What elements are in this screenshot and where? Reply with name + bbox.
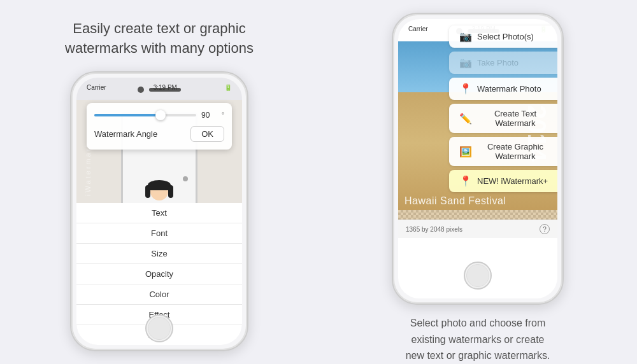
photo-info-bar: 1365 by 2048 pixels ? — [398, 220, 557, 238]
slider-fill — [94, 114, 161, 116]
graphic-wm-icon: 🖼️ — [459, 146, 472, 158]
phone-right-screen: Carrier 3:19 PM 🔋 Hawaii Sand Festival 2… — [398, 19, 557, 298]
watermark-icon: 📍 — [459, 83, 472, 95]
create-graphic-watermark-btn[interactable]: 🖼️ Create Graphic Watermark — [449, 137, 557, 166]
take-photo-btn[interactable]: 📷 Take Photo — [449, 52, 557, 74]
phone-left-screen: Carrier 3:19 PM 🔋 90 ° Watermark Angle O… — [76, 78, 242, 345]
slider-track[interactable] — [94, 114, 196, 116]
right-section: Carrier 3:19 PM 🔋 Hawaii Sand Festival 2… — [331, 0, 624, 364]
slider-container: 90 ° — [94, 111, 224, 120]
take-label: Take Photo — [477, 58, 519, 67]
status-bar: Carrier 3:19 PM 🔋 — [87, 84, 232, 91]
volume-up-btn — [247, 136, 248, 174]
watermark-angle-dialog: 90 ° Watermark Angle OK — [87, 103, 232, 150]
create-text-watermark-btn[interactable]: ✏️ Create Text Watermark — [449, 104, 557, 133]
dialog-label: Watermark Angle — [94, 129, 157, 139]
watermark-photo-btn[interactable]: 📍 Watermark Photo — [449, 78, 557, 100]
iwatermark-icon: 📍 — [459, 175, 472, 187]
phone-right: Carrier 3:19 PM 🔋 Hawaii Sand Festival 2… — [392, 13, 564, 305]
phone-left: Carrier 3:19 PM 🔋 90 ° Watermark Angle O… — [70, 71, 248, 351]
hair-left — [145, 185, 150, 198]
home-button-inner — [148, 317, 171, 340]
menu-buttons: 📷 Select Photo(s) 📷 Take Photo 📍 Waterma… — [449, 25, 557, 196]
list-item-opacity[interactable]: Opacity — [76, 264, 242, 284]
list-item-text[interactable]: Text — [76, 203, 242, 223]
iwatermark-plus-label: NEW! iWatermark+ — [477, 176, 548, 186]
slider-unit: ° — [222, 111, 224, 118]
watermark-overlay: iWatermark — [84, 141, 92, 196]
home-button-right[interactable] — [464, 262, 492, 290]
battery-label: 🔋 — [224, 84, 232, 91]
hair-right — [168, 185, 173, 198]
dialog-row: Watermark Angle OK — [94, 126, 224, 142]
festival-text: Hawaii Sand Festival — [404, 195, 506, 207]
iwatermark-plus-btn[interactable]: 📍 NEW! iWatermark+ — [449, 170, 557, 192]
left-section: Easily create text or graphic watermarks… — [13, 0, 306, 364]
carrier-right: Carrier — [408, 25, 428, 32]
help-icon[interactable]: ? — [540, 224, 550, 234]
create-text-label: Create Text Watermark — [477, 109, 554, 128]
door-knob — [183, 176, 188, 181]
select-photos-btn[interactable]: 📷 Select Photo(s) — [449, 25, 557, 48]
list-item-size[interactable]: Size — [76, 244, 242, 264]
slider-thumb — [155, 110, 166, 120]
right-volume-up — [562, 78, 564, 116]
time-label: 3:19 PM — [154, 84, 177, 91]
photo-dimensions: 1365 by 2048 pixels — [406, 226, 462, 233]
take-icon: 📷 — [459, 57, 472, 69]
checker-pattern — [398, 210, 557, 220]
home-button[interactable] — [145, 314, 173, 342]
select-icon: 📷 — [459, 31, 472, 43]
ok-button[interactable]: OK — [190, 126, 224, 142]
home-inner-right — [466, 264, 489, 287]
list-item-color[interactable]: Color — [76, 284, 242, 305]
slider-value: 90 — [201, 111, 217, 120]
head — [150, 183, 168, 200]
hair — [148, 180, 171, 190]
watermark-photo-label: Watermark Photo — [477, 84, 541, 94]
select-label: Select Photo(s) — [477, 32, 534, 41]
carrier-label: Carrier — [87, 84, 106, 91]
headline: Easily create text or graphic watermarks… — [65, 19, 254, 59]
bottom-description: Select photo and choose from existing wa… — [406, 315, 550, 364]
text-wm-icon: ✏️ — [459, 113, 472, 125]
create-graphic-label: Create Graphic Watermark — [477, 142, 554, 161]
power-btn — [70, 155, 71, 206]
volume-down-btn — [247, 181, 248, 219]
list-item-font[interactable]: Font — [76, 223, 242, 244]
right-power-btn — [392, 97, 393, 148]
